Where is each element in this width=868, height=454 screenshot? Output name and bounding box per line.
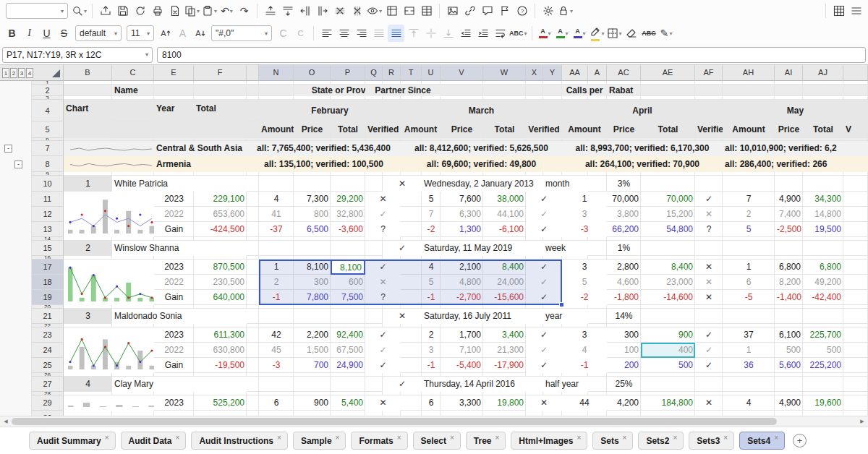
cell-AC19[interactable]: -1,800 (607, 290, 641, 305)
close-icon[interactable]: × (723, 434, 728, 442)
fill-color-button[interactable]: A▾ (554, 25, 571, 42)
cell-W18[interactable]: 24,000 (483, 275, 526, 290)
cell-E12[interactable]: 2022 (154, 207, 194, 222)
cell-Q25[interactable]: ✓ (365, 358, 401, 373)
font-increase-button[interactable]: A (157, 25, 174, 42)
cell-AH5[interactable]: Amount (723, 121, 775, 138)
row-header-7[interactable]: 7 (32, 141, 64, 156)
cell-AI11[interactable]: 4,900 (775, 192, 803, 207)
cell-C21[interactable]: Maldonado Sonia (112, 309, 247, 324)
cell-P29[interactable]: 5,400 (331, 395, 365, 411)
cell-Q11[interactable]: ✕ (365, 192, 401, 207)
underline-button[interactable]: U (38, 25, 55, 42)
cell-U24[interactable]: 3 (422, 343, 441, 358)
sheet-tab-select[interactable]: Select× (413, 432, 461, 450)
list-view-button[interactable] (848, 2, 864, 20)
cell-F23[interactable]: 611,300 (194, 327, 247, 343)
cell-V19[interactable]: -2,700 (441, 290, 483, 305)
sheet-tab-formats[interactable]: Formats× (351, 432, 407, 450)
row-header-30[interactable]: 30 (32, 411, 64, 416)
cell-V11[interactable]: 7,600 (441, 192, 483, 207)
cell-F13[interactable]: -424,500 (194, 222, 247, 237)
cell-T7[interactable]: all: 8,412,600; verified: 5,626,500 (401, 141, 562, 156)
cell-AA17[interactable]: 3 (562, 260, 607, 275)
cell-AE12[interactable]: 15,200 (641, 207, 695, 222)
cell-O24[interactable]: 1,500 (294, 343, 331, 358)
cell-AE19[interactable]: -14,600 (641, 290, 695, 305)
cell-W25[interactable]: -17,900 (483, 358, 526, 373)
cell-P13[interactable]: -3,600 (331, 222, 365, 237)
lowercase-button[interactable]: C (292, 25, 309, 42)
cell-B8[interactable] (64, 156, 154, 172)
cell-AF11[interactable]: ✓ (695, 192, 723, 207)
row-header-12[interactable]: 12 (32, 207, 64, 222)
align-justify-button[interactable] (370, 25, 387, 42)
cell-AC10[interactable]: 3% (607, 176, 641, 192)
cell-AI23[interactable]: 6,100 (775, 327, 803, 343)
cell-W12[interactable]: 44,100 (483, 207, 526, 222)
cell-Q24[interactable]: ✓ (365, 343, 401, 358)
cell-N29[interactable]: 6 (259, 395, 294, 411)
cell-AA5[interactable]: Amount (562, 121, 607, 138)
cell-AJ18[interactable]: 49,200 (803, 275, 843, 290)
cell-U21[interactable]: Saturday, 16 July 2011 (422, 309, 543, 324)
cell-AA7[interactable]: all: 8,993,700; verified: 6,170,300 (562, 141, 723, 156)
visibility-button[interactable]: ▾ (366, 2, 383, 20)
valign-top-button[interactable] (405, 25, 422, 42)
cell-C27[interactable]: Clay Mary (112, 377, 247, 392)
cell-R27[interactable]: ✓ (383, 377, 422, 392)
font-color-button[interactable]: A▾ (537, 25, 553, 42)
cell-V24[interactable]: 7,100 (441, 343, 483, 358)
column-header-E[interactable]: E (154, 65, 194, 81)
cell-AA4[interactable]: April (562, 100, 723, 121)
cell-T8[interactable]: all: 69,600; verified: 49,800 (401, 156, 562, 172)
refresh-button[interactable] (132, 2, 148, 20)
protect-button[interactable]: ▾ (557, 2, 574, 20)
cell-AC29[interactable]: 4,200 (607, 395, 641, 411)
copy-button[interactable]: ▾ (184, 2, 200, 20)
close-icon[interactable]: × (336, 434, 340, 442)
cell-Y27[interactable]: half year (543, 377, 588, 392)
cell-V25[interactable]: -5,400 (441, 358, 483, 373)
font-size-select[interactable]: 11▾ (127, 25, 154, 41)
cell-P24[interactable]: 67,500 (331, 343, 365, 358)
cell-X25[interactable]: ✓ (526, 358, 562, 373)
cell-AI19[interactable]: -1,400 (775, 290, 803, 305)
cell-F19[interactable]: 640,000 (194, 290, 247, 305)
cell-F17[interactable]: 870,500 (194, 260, 247, 275)
cell-AH4[interactable]: May (723, 100, 868, 121)
cell-AH13[interactable]: 5 (723, 222, 775, 237)
cell-AA11[interactable]: 1 (562, 192, 607, 207)
cell-AJ23[interactable]: 225,700 (803, 327, 843, 343)
outline-level-button-2[interactable]: 2 (10, 68, 17, 78)
cell-AC15[interactable]: 1% (607, 241, 641, 256)
bold-button[interactable]: B (4, 25, 20, 42)
cell-AI13[interactable]: -2,500 (775, 222, 803, 237)
row-header-10[interactable]: 10 (32, 176, 64, 192)
accent-color-button[interactable]: A▾ (571, 25, 588, 42)
flag-button[interactable] (496, 2, 513, 20)
cell-T5[interactable]: Amount (401, 121, 441, 138)
column-header-F[interactable]: F (194, 65, 247, 81)
cell-O5[interactable]: Price (294, 121, 331, 138)
cell-T4[interactable]: March (401, 100, 562, 121)
cell-B23[interactable] (64, 327, 154, 373)
row-header-18[interactable]: 18 (32, 275, 64, 290)
cell-AA12[interactable]: 3 (562, 207, 607, 222)
cell-W11[interactable]: 38,000 (483, 192, 526, 207)
cell-AI12[interactable]: 7,400 (775, 207, 803, 222)
close-icon[interactable]: × (623, 434, 627, 442)
cell-F25[interactable]: -19,500 (194, 358, 247, 373)
cell-AJ29[interactable]: 19,600 (803, 395, 843, 411)
sheet-tab-sets3[interactable]: Sets3× (689, 432, 734, 450)
font-decrease-button[interactable]: A (192, 25, 208, 42)
cell-E29[interactable]: 2023 (154, 395, 194, 411)
cell-AJ24[interactable]: 500 (803, 343, 843, 358)
save-button[interactable] (114, 2, 131, 20)
increase-indent-button[interactable] (475, 25, 491, 42)
paste-button[interactable]: ▾ (201, 2, 218, 20)
sheet-tab-sample[interactable]: Sample× (293, 432, 346, 450)
insert-row-below-button[interactable] (279, 2, 296, 20)
cell-AC23[interactable]: 300 (607, 327, 641, 343)
cell-AH24[interactable]: 1 (723, 343, 775, 358)
